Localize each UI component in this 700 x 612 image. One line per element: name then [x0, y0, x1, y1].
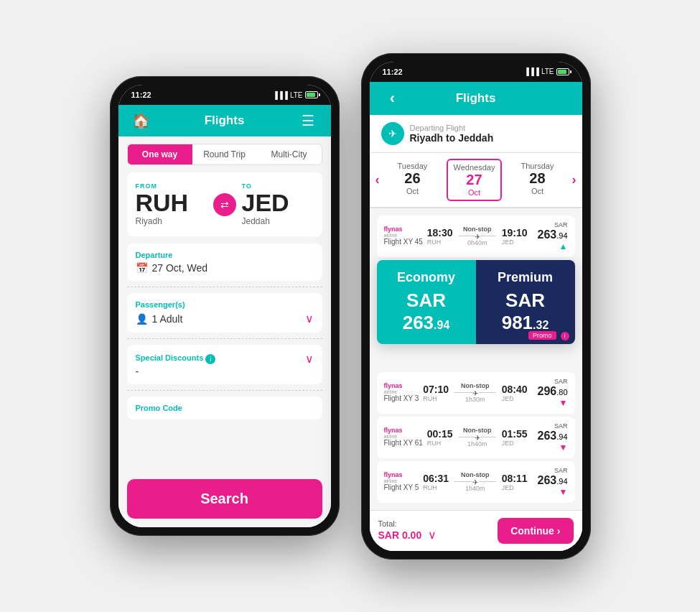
phone-2-inner: 11:22 ▐▐▐ LTE ‹ Flights ‹ ✈	[370, 62, 582, 551]
date-wed-day: Wednesday	[454, 163, 495, 172]
date-tue-num: 26	[398, 170, 428, 187]
departure-section[interactable]: Departure 📅 27 Oct, Wed	[127, 244, 322, 281]
passengers-chevron[interactable]: ∨	[305, 312, 314, 325]
app-scene: 11:22 ▐▐▐ LTE 🏠 Flights ☰	[110, 53, 591, 560]
to-box[interactable]: TO JED Jeddah	[242, 182, 314, 226]
flight-card-2[interactable]: flynas airline Flight XY 61 00:15 RUH	[377, 417, 575, 458]
airline-sub-1: airline	[384, 389, 419, 394]
passengers-section[interactable]: Passenger(s) 👤 1 Adult ∨	[127, 293, 322, 333]
swap-button[interactable]: ⇄	[213, 193, 236, 216]
phone-2: 11:22 ▐▐▐ LTE ‹ Flights ‹ ✈	[361, 53, 591, 560]
flight-card-1[interactable]: flynas airline Flight XY 3 07:10 RUH	[377, 372, 575, 414]
total-section: Total: SAR 0.00 ∨	[378, 519, 437, 542]
date-tuesday[interactable]: Tuesday 26 Oct	[392, 159, 434, 201]
back-icon[interactable]: ‹	[381, 89, 404, 108]
economy-premium-popup[interactable]: Economy SAR 263.94 Premium SAR 981.32	[377, 260, 575, 344]
status-bar-1: 11:22 ▐▐▐ LTE	[118, 85, 331, 105]
special-discounts-section[interactable]: Special Discounts i ∨ -	[127, 345, 322, 384]
departure-plane-icon: ✈	[381, 122, 404, 145]
special-chevron[interactable]: ∨	[305, 352, 314, 366]
airline-sub-2: airline	[384, 434, 423, 439]
price-arrow-0: ▲	[532, 241, 568, 251]
date-tue-month: Oct	[398, 187, 428, 195]
bottom-bar: Total: SAR 0.00 ∨ Continue ›	[370, 510, 582, 551]
continue-button[interactable]: Continue ›	[498, 518, 573, 544]
menu-icon[interactable]: ☰	[297, 112, 319, 129]
date-items: Tuesday 26 Oct Wednesday 27 Oct Thursday…	[386, 159, 566, 201]
special-label-row: Special Discounts i ∨	[136, 352, 314, 366]
battery-fill-2	[558, 70, 566, 74]
flight-num-1: Flight XY 3	[384, 394, 419, 402]
time-1: 11:22	[131, 91, 151, 99]
flight-num-2: Flight XY 61	[384, 439, 423, 447]
departing-label: Departing Flight	[410, 124, 494, 132]
battery-fill-1	[307, 93, 315, 97]
date-tue-day: Tuesday	[398, 162, 428, 170]
promo-info-icon: i	[561, 332, 569, 340]
trip-tabs: One way Round Trip Multi-City	[127, 144, 322, 165]
airline-logo-1: flynas	[384, 383, 419, 390]
lte-label-2: LTE	[541, 68, 554, 75]
tab-multi-city[interactable]: Multi-City	[257, 144, 322, 164]
tab-round-trip[interactable]: Round Trip	[192, 144, 257, 164]
home-icon[interactable]: 🏠	[130, 112, 153, 129]
premium-option[interactable]: Premium SAR 981.32 Promo i	[476, 260, 575, 344]
status-bar-2: 11:22 ▐▐▐ LTE	[370, 62, 582, 82]
passengers-label: Passenger(s)	[136, 300, 314, 309]
flights-below-popup: flynas airline Flight XY 3 07:10 RUH	[370, 372, 582, 503]
departure-value: 📅 27 Oct, Wed	[136, 262, 314, 274]
duration-line-0: ✈	[459, 236, 496, 236]
time-2: 11:22	[383, 68, 403, 76]
airline-info-1: flynas airline Flight XY 3	[384, 383, 419, 403]
date-prev-arrow[interactable]: ‹	[370, 172, 386, 187]
dep-time-3: 06:31 RUH	[423, 473, 449, 491]
price-arrow-2: ▼	[532, 442, 568, 453]
from-to-section: FROM RUH Riyadh ⇄ TO JED Jeddah	[127, 172, 322, 236]
date-thu-month: Oct	[521, 187, 554, 195]
arr-time-1: 08:40 JED	[502, 384, 528, 402]
tab-one-way[interactable]: One way	[128, 144, 192, 164]
plane-icon-1: ✈	[472, 389, 478, 397]
airline-info-3: flynas airline Flight XY 5	[384, 472, 419, 492]
passengers-row: 👤 1 Adult ∨	[136, 312, 314, 325]
spacer-1	[118, 425, 331, 473]
battery-icon-1	[305, 91, 318, 98]
flight-price-0: SAR 263.94 ▲	[532, 221, 568, 251]
flight-num-0: Flight XY 45	[384, 238, 423, 246]
total-label: Total:	[378, 519, 437, 528]
divider-1	[127, 287, 322, 287]
total-amount: SAR 0.00	[378, 529, 422, 541]
passengers-value: 👤 1 Adult	[136, 313, 183, 325]
flight-times-1: 07:10 RUH Non-stop ✈ 1h30m	[423, 382, 527, 403]
popup-top: Economy SAR 263.94 Premium SAR 981.32	[377, 260, 575, 344]
search-button[interactable]: Search	[127, 479, 322, 519]
battery-icon-2	[556, 68, 569, 75]
economy-option[interactable]: Economy SAR 263.94	[377, 260, 476, 344]
app-header-1: 🏠 Flights ☰	[118, 105, 331, 136]
special-label: Special Discounts	[136, 353, 204, 362]
total-chevron-icon[interactable]: ∨	[428, 529, 437, 541]
date-wednesday[interactable]: Wednesday 27 Oct	[447, 159, 503, 201]
arr-time-3: 08:11 JED	[502, 473, 528, 491]
price-arrow-1: ▼	[532, 398, 568, 408]
flight-card-3[interactable]: flynas airline Flight XY 5 06:31 RUH	[377, 461, 575, 503]
promo-label: Promo Code	[136, 404, 314, 412]
date-wed-month: Oct	[454, 188, 495, 197]
divider-2	[127, 338, 322, 339]
date-thu-num: 28	[521, 170, 554, 187]
phone-1: 11:22 ▐▐▐ LTE 🏠 Flights ☰	[110, 76, 340, 536]
date-next-arrow[interactable]: ›	[566, 172, 582, 187]
signal-icon-2: ▐▐▐	[524, 68, 539, 75]
duration-2: Non-stop ✈ 1h40m	[456, 427, 499, 448]
from-box[interactable]: FROM RUH Riyadh	[136, 182, 207, 226]
airline-sub-0: airline	[384, 233, 423, 238]
date-thursday[interactable]: Thursday 28 Oct	[515, 159, 560, 201]
airline-logo-2: flynas	[384, 427, 423, 435]
date-selector: ‹ Tuesday 26 Oct Wednesday 27 Oct	[370, 153, 582, 208]
premium-price: SAR 981.32	[483, 289, 568, 334]
phone-1-body: One way Round Trip Multi-City FROM RUH R…	[118, 136, 331, 527]
flight-card-0[interactable]: flynas airline Flight XY 45 18:30 RUH No…	[377, 215, 575, 257]
promo-code-section[interactable]: Promo Code	[127, 397, 322, 419]
special-value: -	[136, 366, 314, 377]
flight-times-3: 06:31 RUH Non-stop ✈ 1h40m	[423, 471, 527, 492]
